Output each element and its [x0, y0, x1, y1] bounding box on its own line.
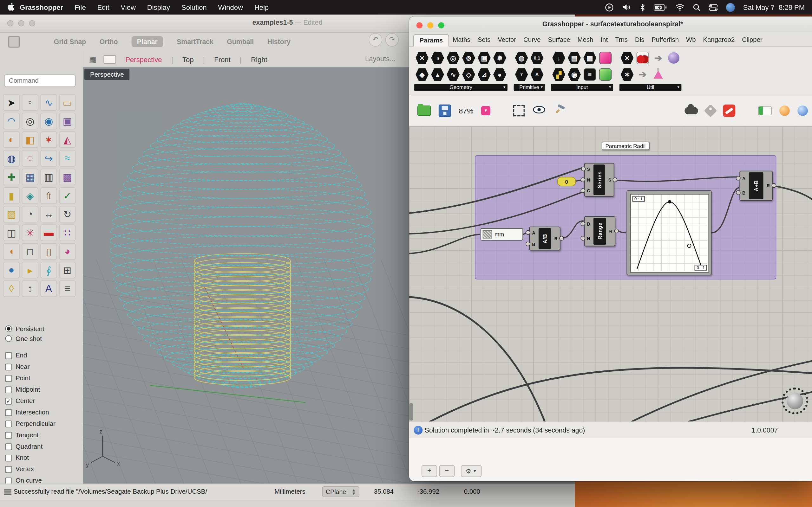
- redo-view-button[interactable]: ↷: [386, 33, 399, 46]
- mesh-icon[interactable]: ❄: [492, 50, 507, 66]
- gh-tab-sets[interactable]: Sets: [474, 34, 494, 46]
- magnet-tool-icon[interactable]: ◖: [3, 243, 20, 260]
- check-tool-icon[interactable]: ✓: [59, 187, 75, 204]
- series-component[interactable]: SNC Series S: [584, 163, 614, 196]
- puzzle-tool-icon[interactable]: ◧: [22, 131, 38, 148]
- range-component[interactable]: DN Range R: [584, 216, 615, 246]
- cplane-tool-icon[interactable]: ⊞: [59, 262, 75, 278]
- gh-tab-params[interactable]: Params: [413, 34, 449, 47]
- arc-tool-icon[interactable]: ◠: [3, 113, 20, 129]
- component-group[interactable]: [475, 155, 776, 279]
- cluster-cloud-icon[interactable]: [684, 107, 698, 114]
- rotate-tool-icon[interactable]: ↻: [59, 206, 75, 222]
- ribbon-group-label[interactable]: Geometry▾: [414, 83, 507, 91]
- circle-icon[interactable]: ◎: [445, 50, 461, 66]
- viewport-tab-right[interactable]: Right: [251, 56, 267, 63]
- read-file-icon[interactable]: ▤: [566, 50, 582, 66]
- car-tool-icon[interactable]: ▬: [40, 225, 57, 241]
- ribbon-group-label[interactable]: Util▾: [619, 83, 681, 91]
- gh-tab-int[interactable]: Int: [597, 34, 612, 46]
- layouts-tab[interactable]: Layouts...: [365, 55, 396, 62]
- menubar-clock[interactable]: Sat May 78:28 PM: [743, 3, 805, 11]
- light-tool-icon[interactable]: ◊: [3, 280, 20, 297]
- toolbar-toggle-gumball[interactable]: Gumball: [227, 38, 254, 45]
- array-tool-icon[interactable]: ▦: [22, 169, 38, 185]
- red-display-icon[interactable]: [723, 104, 735, 117]
- sphere-tool-icon[interactable]: ◉: [40, 113, 57, 129]
- canvas-scrollbar[interactable]: [409, 403, 413, 421]
- menu-edit[interactable]: Edit: [97, 3, 109, 11]
- checkbox[interactable]: [5, 375, 12, 382]
- battery-icon[interactable]: [653, 4, 667, 10]
- geo-sphere-icon[interactable]: ●: [492, 67, 507, 82]
- array-polar-tool-icon[interactable]: ∷: [59, 225, 75, 241]
- viewport-tab-front[interactable]: Front: [214, 56, 230, 63]
- gh-tab-curve[interactable]: Curve: [520, 34, 544, 46]
- play-circle-icon[interactable]: [605, 3, 614, 12]
- box-tool-icon[interactable]: ▣: [59, 113, 75, 129]
- graph-mapper-icon[interactable]: ▞: [551, 67, 566, 82]
- osnap-vertex[interactable]: Vertex: [5, 464, 55, 475]
- canvas-compass-widget[interactable]: [781, 388, 809, 414]
- globe-tool-icon[interactable]: ●: [3, 262, 20, 278]
- ribbon-group-label[interactable]: Input▾: [551, 83, 613, 91]
- osnap-tangent[interactable]: Tangent: [5, 429, 55, 441]
- group-label[interactable]: Parametric Radii: [602, 142, 649, 150]
- extrude-tool-icon[interactable]: ⇧: [40, 187, 57, 204]
- add-button[interactable]: +: [421, 465, 437, 477]
- explode-tool-icon[interactable]: ✶: [40, 131, 57, 148]
- panel-component[interactable]: mm: [480, 228, 523, 240]
- tag-icon[interactable]: [704, 104, 717, 117]
- division-component[interactable]: AB A/B R: [529, 227, 560, 250]
- units-label[interactable]: Millimeters: [274, 488, 305, 495]
- ribbon-group-label[interactable]: Primitive▾: [514, 83, 545, 91]
- point-tool-icon[interactable]: ◦: [22, 94, 38, 111]
- plane-tool-icon[interactable]: ◈: [22, 187, 38, 204]
- lock-tool-icon[interactable]: ⊓: [22, 243, 38, 260]
- gh-tab-clipper[interactable]: Clipper: [739, 34, 766, 46]
- circles-tool-icon[interactable]: ◌: [22, 150, 38, 166]
- galapagos-icon[interactable]: [651, 67, 666, 82]
- viewport-tab-perspective[interactable]: Perspective: [125, 56, 162, 63]
- box-icon[interactable]: ▣: [476, 50, 492, 66]
- number-icon[interactable]: 0.1: [529, 50, 545, 66]
- shaded-preview-icon[interactable]: [779, 105, 790, 116]
- toolbar-toggle-history[interactable]: History: [267, 38, 291, 45]
- radio-button[interactable]: [5, 326, 12, 332]
- data-table-icon[interactable]: ▦: [582, 50, 598, 66]
- open-file-icon[interactable]: [417, 105, 431, 116]
- zoom-extents-icon[interactable]: [513, 105, 525, 116]
- checkbox[interactable]: [5, 386, 12, 393]
- apple-menu-icon[interactable]: [7, 2, 14, 12]
- toolbar-toggle-planar[interactable]: Planar: [131, 36, 163, 47]
- text-icon[interactable]: A: [529, 67, 545, 82]
- checkbox[interactable]: ✓: [5, 398, 12, 404]
- gh-tab-pufferfish[interactable]: Pufferfish: [648, 34, 682, 46]
- menu-file[interactable]: File: [74, 3, 86, 11]
- metaball-icon[interactable]: [666, 50, 681, 66]
- integer-icon[interactable]: 7: [514, 67, 529, 82]
- import-icon[interactable]: ↓: [551, 50, 566, 66]
- layers-tool-icon[interactable]: ≡: [59, 280, 75, 297]
- colour-picker-icon[interactable]: [598, 67, 613, 82]
- user-avatar[interactable]: [726, 3, 735, 12]
- gradient-icon[interactable]: [598, 50, 613, 66]
- pan-tool-icon[interactable]: ↔: [40, 206, 57, 222]
- checkbox[interactable]: [5, 420, 12, 427]
- graph-mapper-component[interactable]: 0 : 1 0 : 1: [627, 190, 712, 275]
- vector-icon[interactable]: ◑: [430, 50, 445, 66]
- wire-preview-icon[interactable]: [798, 105, 808, 116]
- osnap-perpendicular[interactable]: Perpendicular: [5, 418, 55, 429]
- bluetooth-icon[interactable]: [640, 3, 645, 11]
- checkbox[interactable]: [5, 432, 12, 438]
- preview-eye-icon[interactable]: [532, 105, 546, 116]
- contour-tool-icon[interactable]: ∮: [40, 262, 57, 278]
- checkbox[interactable]: [5, 409, 12, 416]
- flag-tool-icon[interactable]: ▸: [22, 262, 38, 278]
- viewport-tab-top[interactable]: Top: [183, 56, 194, 63]
- gh-tab-trns[interactable]: Trns: [612, 34, 631, 46]
- new-viewport-icon[interactable]: [104, 55, 116, 64]
- save-file-icon[interactable]: [439, 104, 451, 117]
- eraser-icon[interactable]: [758, 106, 771, 115]
- panel-icon[interactable]: ≡: [582, 67, 598, 82]
